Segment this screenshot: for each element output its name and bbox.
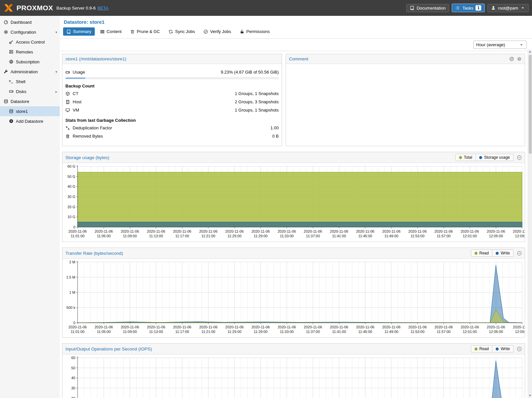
iops-chart: 01020304050602020-11-0611:01:002020-11-0… (62, 354, 525, 398)
svg-text:11:45:00: 11:45:00 (358, 330, 372, 334)
timeframe-select[interactable]: Hour (average) (473, 41, 527, 49)
svg-text:2020-11-06: 2020-11-06 (121, 325, 139, 329)
summary-panels-row: store1 (/mnt/datastores/store1) Usage 9.… (62, 54, 525, 152)
documentation-label: Documentation (417, 6, 445, 11)
expand-arrow-icon[interactable]: ▸ (55, 90, 57, 93)
svg-text:2020-11-06: 2020-11-06 (330, 325, 348, 329)
legend-item-read[interactable]: Read (471, 249, 493, 257)
sidebar-item-access-control[interactable]: Access Control (0, 37, 60, 47)
svg-text:2020-11-06: 2020-11-06 (225, 325, 243, 329)
proxmox-logo: PROXMOX (3, 3, 53, 13)
sidebar-item-datastore[interactable]: Datastore (0, 96, 60, 106)
sidebar-item-label: Dashboard (11, 20, 32, 25)
sidebar-item-configuration[interactable]: Configuration ▾ (0, 27, 60, 37)
svg-text:11:17:00: 11:17:00 (175, 234, 189, 238)
sidebar-item-disks[interactable]: Disks ▸ (0, 86, 60, 96)
sidebar-item-shell[interactable]: >_ Shell (0, 77, 60, 86)
usage-value: 9.23% (4.67 GiB of 50.56 GiB) (221, 70, 279, 75)
collapse-chart-button[interactable] (517, 251, 522, 256)
backup-row-vm: VM 1 Groups, 1 Snapshots (62, 106, 282, 114)
check-circle-icon (203, 29, 208, 34)
scroll-down-arrow-icon[interactable]: ▼ (528, 393, 532, 398)
legend-item-write[interactable]: Write (492, 249, 514, 257)
storage-usage-panel: Storage usage (bytes) Total Storage usag… (62, 152, 525, 242)
tab-sync-jobs[interactable]: Sync Jobs (165, 27, 198, 36)
vertical-scrollbar[interactable]: ▲ ▼ (528, 50, 532, 398)
svg-text:11:01:00: 11:01:00 (71, 234, 85, 238)
svg-text:2020-11-06: 2020-11-06 (68, 229, 87, 233)
tab-content[interactable]: Content (97, 27, 125, 36)
legend-item-write[interactable]: Write (492, 345, 514, 352)
minus-circle-icon (517, 251, 522, 256)
svg-text:11:41:00: 11:41:00 (332, 330, 346, 334)
collapse-arrow-icon[interactable]: ▾ (55, 30, 57, 34)
main-scroll-area: store1 (/mnt/datastores/store1) Usage 9.… (60, 50, 528, 398)
sync-icon (168, 29, 173, 34)
svg-text:11:05:00: 11:05:00 (97, 234, 111, 238)
book-icon (66, 29, 71, 34)
sidebar-item-administration[interactable]: Administration ▾ (0, 67, 60, 77)
svg-text:11:25:00: 11:25:00 (228, 330, 241, 334)
svg-text:11:45:00: 11:45:00 (358, 234, 372, 238)
tab-summary[interactable]: Summary (63, 27, 95, 36)
documentation-button[interactable]: Documentation (406, 4, 449, 12)
svg-text:12:05:00: 12:05:00 (489, 234, 503, 238)
legend-dot (479, 156, 482, 159)
svg-text:11:21:00: 11:21:00 (201, 330, 215, 334)
reload-circle-icon[interactable] (509, 56, 514, 61)
collapse-arrow-icon[interactable]: ▾ (55, 70, 57, 74)
sidebar-item-add-datastore[interactable]: Add Datastore (0, 116, 60, 126)
collapse-chart-button[interactable] (517, 155, 522, 160)
beta-link[interactable]: BETA (97, 6, 108, 11)
sidebar-item-store1[interactable]: store1 (0, 106, 60, 116)
comment-panel-title: Comment (289, 56, 308, 61)
svg-text:11:37:00: 11:37:00 (306, 234, 320, 238)
sidebar-item-remotes[interactable]: Remotes (0, 47, 60, 57)
svg-text:2020-11-06: 2020-11-06 (252, 229, 270, 233)
proxmox-x-icon (3, 3, 14, 13)
transfer-rate-chart: 0500 k1 M1.5 M2 M2020-11-0611:01:002020-… (62, 259, 525, 337)
svg-text:2 M: 2 M (69, 260, 75, 264)
legend-item-total[interactable]: Total (455, 154, 476, 161)
row-label: VM (73, 108, 79, 113)
sidebar-item-label: Add Datastore (16, 119, 43, 124)
legend-label: Total (464, 155, 472, 160)
user-menu-label: root@pam (498, 6, 518, 11)
svg-text:11:29:00: 11:29:00 (254, 234, 267, 238)
gear-icon[interactable] (517, 56, 522, 61)
legend-item-storage-usage[interactable]: Storage usage (476, 154, 514, 161)
compress-icon (65, 126, 70, 130)
sidebar-item-subscription[interactable]: Subscription (0, 57, 60, 67)
sidebar-item-label: Datastore (11, 99, 29, 104)
user-menu-button[interactable]: root@pam (487, 4, 529, 12)
tab-prune-gc[interactable]: Prune & GC (127, 27, 163, 36)
transfer-rate-panel: Transfer Rate (bytes/second) Read Write (62, 248, 525, 338)
scroll-up-arrow-icon[interactable]: ▲ (528, 50, 532, 54)
svg-text:12:09:00: 12:09:00 (515, 330, 525, 334)
key-icon (9, 40, 14, 44)
collapse-chart-button[interactable] (517, 347, 522, 351)
sidebar-item-label: store1 (16, 109, 28, 114)
svg-text:12:09:00: 12:09:00 (515, 234, 525, 238)
tasks-button[interactable]: Tasks 1 (452, 4, 485, 12)
svg-text:11:13:00: 11:13:00 (149, 234, 163, 238)
usage-label: Usage (73, 70, 85, 75)
svg-text:30: 30 (71, 386, 75, 390)
book-icon (410, 6, 414, 10)
header-actions: Documentation Tasks 1 root@pam (406, 4, 529, 12)
legend-item-read[interactable]: Read (471, 345, 493, 352)
svg-text:2020-11-06: 2020-11-06 (408, 229, 427, 233)
sidebar-item-dashboard[interactable]: Dashboard (0, 17, 60, 27)
svg-text:2020-11-06: 2020-11-06 (513, 325, 525, 329)
tab-label: Verify Jobs (210, 29, 231, 34)
minus-circle-icon (517, 155, 522, 160)
tab-permissions[interactable]: Permissions (236, 27, 273, 36)
svg-text:500 k: 500 k (66, 306, 75, 310)
top-header: PROXMOX Backup Server 0.9-6 BETA Documen… (0, 0, 532, 16)
svg-text:1 M: 1 M (69, 290, 75, 294)
svg-text:50 G: 50 G (67, 175, 75, 179)
page-title: Datastore: store1 (60, 16, 532, 26)
comment-panel-body[interactable] (286, 64, 525, 146)
tab-verify-jobs[interactable]: Verify Jobs (200, 27, 234, 36)
scrollbar-thumb[interactable] (529, 55, 532, 154)
